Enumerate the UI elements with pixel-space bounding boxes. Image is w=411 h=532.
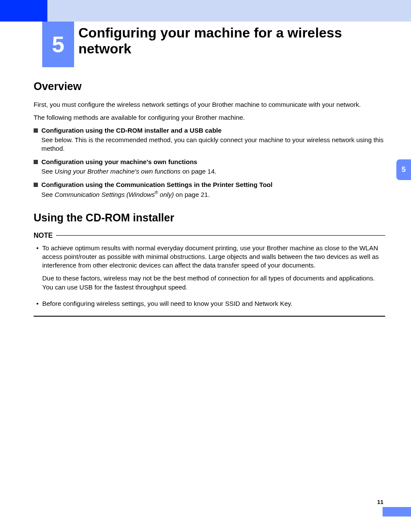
- note-1-text: To achieve optimum results with normal e…: [40, 244, 385, 296]
- footer-accent-bar: [383, 507, 411, 516]
- bullet-3-italic-b: only): [158, 191, 174, 198]
- side-tab-label: 5: [402, 165, 405, 174]
- header-accent-bar: [0, 0, 47, 22]
- bullet-2-body: See Using your Brother machine's own fun…: [41, 167, 385, 176]
- bullet-2-post: on page 14.: [181, 168, 216, 175]
- bullet-3-post: on page 21.: [174, 191, 209, 198]
- note-item-1: • To achieve optimum results with normal…: [34, 244, 385, 296]
- note-1-p2: Due to these factors, wireless may not b…: [42, 274, 385, 292]
- note-label: NOTE: [34, 232, 56, 240]
- bullet-3-italic-a: Communication Settings (Windows: [55, 191, 155, 198]
- cdrom-heading: Using the CD-ROM installer: [34, 212, 385, 224]
- bullet-item-3: Configuration using the Communication Se…: [34, 181, 385, 188]
- note-rule-bottom: [34, 316, 385, 317]
- bullet-1-title: Configuration using the CD-ROM installer…: [41, 127, 221, 134]
- chapter-title: Configuring your machine for a wireless …: [78, 25, 384, 57]
- side-tab: 5: [396, 159, 411, 180]
- note-1-p1: To achieve optimum results with normal e…: [42, 244, 385, 270]
- bullet-3-pre: See: [41, 191, 55, 198]
- note-rule-top: [56, 235, 385, 236]
- bullet-2-title: Configuration using your machine's own f…: [41, 158, 197, 165]
- note-2-p1: Before configuring wireless settings, yo…: [42, 299, 385, 308]
- bullet-dot-icon: •: [34, 299, 40, 308]
- page-content: Overview First, you must configure the w…: [34, 80, 385, 317]
- note-2-text: Before configuring wireless settings, yo…: [40, 299, 385, 312]
- bullet-2-pre: See: [41, 168, 55, 175]
- bullet-item-2: Configuration using your machine's own f…: [34, 158, 385, 165]
- square-bullet-icon: [34, 128, 38, 133]
- overview-heading: Overview: [34, 80, 385, 93]
- bullet-2-italic: Using your Brother machine's own functio…: [55, 168, 181, 175]
- bullet-dot-icon: •: [34, 244, 40, 252]
- note-body: • To achieve optimum results with normal…: [34, 244, 385, 313]
- header-light-bar: [47, 0, 411, 22]
- registered-mark-icon: ®: [155, 190, 158, 195]
- bullet-3-body: See Communication Settings (Windows® onl…: [41, 190, 385, 199]
- overview-p2: The following methods are available for …: [34, 113, 385, 122]
- page-number: 11: [377, 499, 383, 505]
- overview-p1: First, you must configure the wireless n…: [34, 100, 385, 109]
- note-item-2: • Before configuring wireless settings, …: [34, 299, 385, 312]
- chapter-number-box: 5: [42, 22, 74, 67]
- chapter-number: 5: [52, 31, 65, 57]
- bullet-1-body: See below. This is the recommended metho…: [41, 136, 385, 153]
- bullet-item-1: Configuration using the CD-ROM installer…: [34, 127, 385, 134]
- square-bullet-icon: [34, 183, 38, 187]
- square-bullet-icon: [34, 160, 38, 164]
- bullet-3-title: Configuration using the Communication Se…: [41, 181, 272, 188]
- note-header: NOTE: [34, 232, 385, 240]
